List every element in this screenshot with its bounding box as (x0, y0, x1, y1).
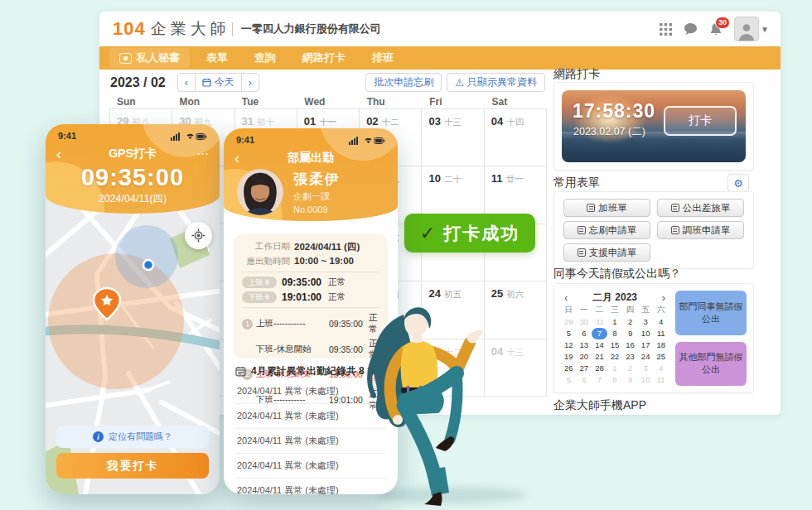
clock-in-button[interactable]: 我要打卡 (56, 453, 209, 479)
bell-icon[interactable]: 30 (709, 22, 723, 36)
mini-day[interactable]: 1 (607, 363, 623, 374)
mini-day[interactable]: 11 (653, 374, 669, 386)
mini-day[interactable]: 9 (622, 328, 638, 339)
webclock-time: 17:58:30 (573, 100, 655, 123)
mini-day[interactable]: 27 (577, 363, 592, 374)
mini-next-icon[interactable]: › (662, 292, 665, 303)
mini-prev-icon[interactable]: ‹ (564, 292, 568, 303)
mini-day[interactable]: 6 (577, 374, 592, 386)
status-bar: 9:41 (224, 128, 398, 145)
nav-item[interactable]: 表單 (196, 48, 238, 68)
mini-day[interactable]: 5 (561, 328, 577, 339)
colleagues-section-title: 同事今天請假或公出嗎？ (553, 267, 754, 281)
other-dept-status-box: 其他部門無請假公出 (675, 342, 747, 387)
mini-day[interactable]: 14 (592, 339, 607, 351)
mini-day[interactable]: 30 (577, 316, 592, 328)
app-header: 104 企業大師 一零四人力銀行股份有限公司 30 (99, 12, 781, 46)
mini-day[interactable]: 8 (607, 374, 623, 386)
mini-day[interactable]: 18 (653, 339, 669, 351)
mini-day[interactable]: 10 (638, 328, 654, 339)
nav-item[interactable]: 排班 (362, 48, 404, 68)
mini-day[interactable]: 15 (607, 339, 623, 351)
gps-phone-mockup: 9:41 ‹ GPS打卡 ⋯ 09:35:00 2024/04/11(四) (46, 124, 220, 494)
mini-day[interactable]: 17 (638, 339, 654, 351)
mini-day[interactable]: 29 (561, 316, 577, 328)
nav-item[interactable]: 查詢 (244, 48, 286, 68)
mini-day[interactable]: 7 (592, 374, 607, 386)
calendar-month-title: 2023 / 02 (110, 75, 166, 90)
mini-day[interactable]: 4 (653, 363, 669, 374)
mini-day[interactable]: 19 (561, 351, 577, 363)
nav-item-label: 排班 (372, 51, 394, 65)
mini-day[interactable]: 23 (622, 351, 638, 363)
form-button[interactable]: 公出差旅單 (657, 199, 744, 217)
attendance-phone-header: 9:41 ‹ 部屬出勤 (224, 128, 398, 221)
calendar-next-button[interactable]: › (241, 73, 259, 92)
gear-icon[interactable]: ⚙ (727, 174, 749, 192)
mini-day[interactable]: 31 (592, 316, 607, 328)
mini-calendar: ‹ 二月 2023 › 日一二三四五六 29303112345678910111… (561, 291, 669, 386)
mini-day[interactable]: 4 (653, 316, 669, 328)
mini-day[interactable]: 2 (622, 316, 638, 328)
location-help-banner[interactable]: i 定位有問題嗎？ (56, 426, 209, 448)
calendar-cell[interactable]: 03十三 (422, 109, 484, 166)
mini-day[interactable]: 6 (577, 328, 592, 339)
user-avatar[interactable]: ▼ (734, 17, 769, 41)
mini-day[interactable]: 8 (607, 328, 623, 339)
nav-item[interactable]: 私人秘書 (109, 48, 190, 68)
mini-day[interactable]: 13 (577, 339, 592, 351)
mini-day[interactable]: 25 (653, 351, 669, 363)
calendar-weekday-row: SunMonTueWedThuFriSat (109, 96, 547, 108)
mini-weekday-label: 日 (561, 305, 577, 316)
form-button-label: 支援申請單 (589, 247, 637, 259)
mini-day[interactable]: 24 (638, 351, 654, 363)
mini-day[interactable]: 3 (638, 316, 654, 328)
screen: 104 企業大師 一零四人力銀行股份有限公司 30 (0, 0, 812, 510)
mini-day[interactable]: 9 (622, 374, 638, 386)
mini-day[interactable]: 28 (592, 363, 607, 374)
check-icon: ✓ (420, 223, 435, 244)
mini-day[interactable]: 12 (561, 339, 577, 351)
chat-icon[interactable] (684, 22, 698, 36)
mini-weekday-label: 二 (592, 305, 607, 316)
mini-day[interactable]: 3 (638, 363, 654, 374)
calendar-prev-button[interactable]: ‹ (177, 73, 196, 92)
nav-item[interactable]: 網路打卡 (292, 48, 355, 68)
form-button[interactable]: 支援申請單 (563, 243, 650, 262)
apps-grid-icon[interactable] (660, 23, 672, 36)
locate-me-button[interactable] (185, 222, 212, 249)
mini-day[interactable]: 1 (607, 316, 623, 328)
calendar-lunar-label: 十三 (444, 117, 462, 127)
mini-day[interactable]: 7 (592, 328, 607, 339)
calendar-lunar-label: 初六 (506, 289, 524, 299)
calendar-today-button[interactable]: 今天 (196, 73, 241, 92)
record-label: 下班-休息開始 (256, 344, 329, 355)
mini-day[interactable]: 11 (653, 328, 669, 339)
accuracy-circle (115, 225, 178, 288)
calendar-cell[interactable]: 04十四 (485, 109, 547, 166)
calendar-cell[interactable]: 25初六 (485, 281, 547, 339)
abnormal-filter-button[interactable]: ⚠ 只顯示異常資料 (447, 73, 545, 92)
calendar-lunar-label: 二十 (444, 174, 462, 184)
clock-in-time: 09:35:00 (282, 277, 321, 288)
more-icon[interactable]: ⋯ (192, 147, 209, 161)
mini-day[interactable]: 2 (622, 363, 638, 374)
mini-day[interactable]: 21 (592, 351, 607, 363)
nav-bar: 私人秘書 表單 查詢 網路打卡 排班 (99, 46, 781, 70)
calendar-cell[interactable]: 04十三 (485, 339, 547, 397)
mini-day[interactable]: 22 (607, 351, 623, 363)
mini-day[interactable]: 26 (561, 363, 577, 374)
form-button[interactable]: 忘刷申請單 (563, 221, 650, 239)
employee-profile: 張柔伊 企劃一課 No.0009 (224, 166, 398, 215)
mini-day[interactable]: 20 (577, 351, 592, 363)
mini-day[interactable]: 10 (638, 374, 654, 386)
back-chevron-icon[interactable]: ‹ (234, 150, 251, 166)
form-button[interactable]: 調班申請單 (657, 221, 744, 239)
punch-button[interactable]: 打卡 (664, 106, 737, 136)
mini-day[interactable]: 5 (561, 374, 577, 386)
mini-day[interactable]: 16 (622, 339, 638, 351)
form-button[interactable]: 加班單 (563, 199, 650, 217)
back-chevron-icon[interactable]: ‹ (56, 146, 73, 161)
batch-apply-button[interactable]: 批次申請忘刷 (365, 73, 442, 92)
mini-month-title: 二月 2023 (592, 291, 637, 305)
